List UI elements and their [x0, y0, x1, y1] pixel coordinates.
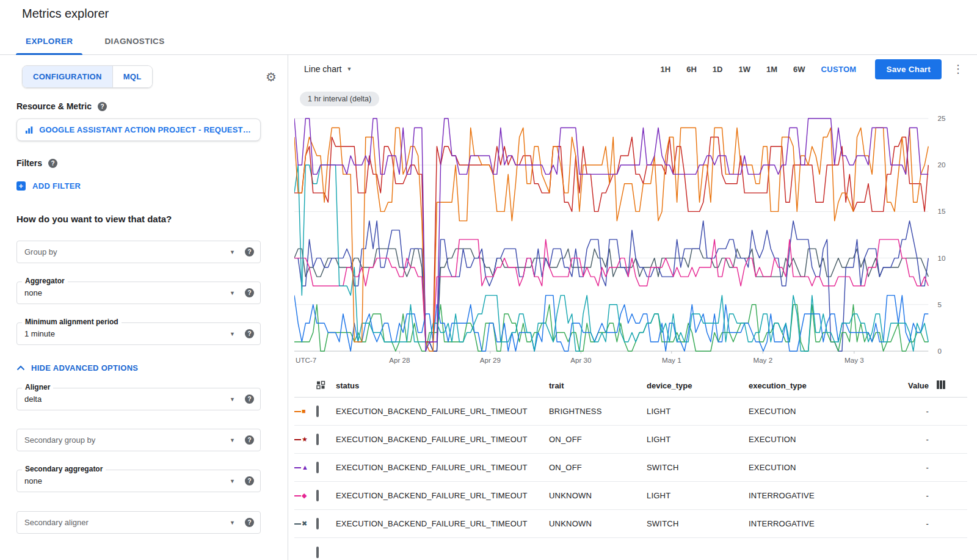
column-settings-icon[interactable]	[936, 380, 946, 390]
aggregator-help-icon[interactable]: ?	[245, 288, 254, 297]
svg-text:20: 20	[937, 161, 945, 169]
secondary-aggregator-value: none	[24, 476, 230, 485]
group-by-select[interactable]: Group by ▼ ?	[16, 241, 261, 263]
configuration-panel: CONFIGURATION MQL ⚙ Resource & Metric ? …	[0, 55, 288, 560]
custom-time-range-button[interactable]: CUSTOM	[813, 60, 865, 79]
column-status[interactable]: status	[336, 381, 549, 390]
page-header: Metrics explorer	[0, 0, 977, 27]
svg-text:May 3: May 3	[844, 357, 864, 364]
secondary-group-by-row: Secondary group by ▼ ?	[16, 429, 261, 451]
filters-help-icon[interactable]: ?	[48, 159, 57, 168]
save-chart-button[interactable]: Save Chart	[875, 59, 942, 79]
aligner-value: delta	[24, 395, 230, 404]
cell-status: EXECUTION_BACKEND_FAILURE_URL_TIMEOUT	[336, 435, 549, 444]
configuration-mode-button[interactable]: CONFIGURATION	[23, 66, 112, 87]
row-checkbox[interactable]	[316, 518, 319, 529]
series-marker-icon: ◆	[294, 492, 316, 499]
time-range-6h[interactable]: 6H	[678, 60, 705, 79]
time-range-1m[interactable]: 1M	[758, 60, 785, 79]
secondary-aligner-help-icon[interactable]: ?	[245, 518, 254, 527]
dropdown-arrow-icon: ▼	[230, 520, 235, 526]
hide-advanced-options-label: HIDE ADVANCED OPTIONS	[31, 363, 138, 373]
series-marker-icon: ✖	[294, 520, 316, 527]
more-options-icon[interactable]: ⋮	[949, 62, 967, 76]
legend-toggle-icon[interactable]	[316, 380, 325, 390]
cell-execution-type: EXECUTION	[749, 435, 895, 444]
series-marker-icon: ■	[294, 408, 316, 415]
aggregator-label: Aggregator	[22, 277, 68, 285]
table-row[interactable]: ▲ EXECUTION_BACKEND_FAILURE_URL_TIMEOUT …	[294, 454, 967, 482]
cell-status: EXECUTION_BACKEND_FAILURE_URL_TIMEOUT	[336, 491, 549, 500]
cell-device-type: SWITCH	[647, 519, 749, 528]
series-marker-icon: ★	[294, 436, 316, 443]
row-checkbox[interactable]	[316, 547, 319, 558]
chart-type-selector[interactable]: Line chart ▼	[304, 64, 352, 74]
config-header-row: CONFIGURATION MQL ⚙	[16, 65, 288, 88]
metrics-explorer-app: Metrics explorer EXPLORER DIAGNOSTICS CO…	[0, 0, 977, 560]
hide-advanced-options-button[interactable]: HIDE ADVANCED OPTIONS	[16, 363, 138, 373]
line-chart-svg: 0510152025Apr 28Apr 29Apr 30May 1May 2Ma…	[294, 110, 967, 369]
svg-text:15: 15	[937, 208, 945, 215]
cell-trait: UNKNOWN	[549, 519, 647, 528]
secondary-group-by-help-icon[interactable]: ?	[245, 435, 254, 445]
resource-metric-section: Resource & Metric ?	[16, 101, 288, 111]
svg-text:Apr 28: Apr 28	[389, 357, 410, 364]
svg-text:10: 10	[937, 255, 945, 262]
row-checkbox[interactable]	[316, 490, 319, 501]
series-table: status trait device_type execution_type …	[294, 374, 967, 560]
resource-metric-help-icon[interactable]: ?	[98, 102, 107, 111]
group-by-help-icon[interactable]: ?	[245, 247, 254, 256]
cell-value: -	[895, 407, 929, 416]
svg-text:5: 5	[937, 301, 941, 308]
aligner-help-icon[interactable]: ?	[245, 395, 254, 404]
secondary-group-by-select[interactable]: Secondary group by ▼ ?	[16, 429, 261, 451]
tab-explorer[interactable]: EXPLORER	[10, 27, 89, 55]
table-row[interactable]: ■ EXECUTION_BACKEND_FAILURE_URL_TIMEOUT …	[294, 398, 967, 426]
secondary-aligner-select[interactable]: Secondary aligner ▼ ?	[16, 511, 261, 534]
resource-metric-value: GOOGLE ASSISTANT ACTION PROJECT - REQUES…	[39, 125, 253, 134]
aligner-row: Aligner delta ▼ ?	[16, 388, 261, 410]
cell-execution-type: EXECUTION	[749, 463, 895, 472]
dropdown-arrow-icon: ▼	[230, 478, 235, 484]
column-trait[interactable]: trait	[549, 381, 647, 390]
cell-value: -	[895, 435, 929, 444]
cell-value: -	[895, 463, 929, 472]
cell-trait: ON_OFF	[549, 435, 647, 444]
minimum-alignment-label: Minimum alignment period	[22, 318, 122, 326]
column-device-type[interactable]: device_type	[647, 381, 749, 390]
line-chart[interactable]: 0510152025Apr 28Apr 29Apr 30May 1May 2Ma…	[294, 110, 967, 369]
svg-text:Apr 30: Apr 30	[570, 357, 591, 364]
secondary-aligner-placeholder: Secondary aligner	[24, 518, 230, 527]
table-row[interactable]: ◆ EXECUTION_BACKEND_FAILURE_URL_TIMEOUT …	[294, 482, 967, 510]
add-filter-button[interactable]: + ADD FILTER	[16, 181, 81, 191]
table-row[interactable]: ✖ EXECUTION_BACKEND_FAILURE_URL_TIMEOUT …	[294, 510, 967, 538]
cell-status: EXECUTION_BACKEND_FAILURE_URL_TIMEOUT	[336, 407, 549, 416]
row-checkbox[interactable]	[316, 405, 319, 417]
time-range-1d[interactable]: 1D	[705, 60, 731, 79]
minimum-alignment-help-icon[interactable]: ?	[245, 329, 254, 338]
secondary-aggregator-help-icon[interactable]: ?	[245, 476, 254, 485]
svg-text:May 2: May 2	[753, 357, 772, 364]
page-title: Metrics explorer	[22, 7, 109, 21]
row-checkbox[interactable]	[316, 434, 319, 445]
column-execution-type[interactable]: execution_type	[749, 381, 895, 390]
dropdown-arrow-icon: ▼	[230, 290, 235, 296]
bar-chart-icon	[24, 125, 34, 135]
interval-chip[interactable]: 1 hr interval (delta)	[300, 92, 379, 106]
add-filter-label: ADD FILTER	[32, 181, 81, 191]
mql-mode-button[interactable]: MQL	[112, 66, 152, 87]
cell-execution-type: EXECUTION	[749, 407, 895, 416]
table-row[interactable]: ★ EXECUTION_BACKEND_FAILURE_URL_TIMEOUT …	[294, 426, 967, 454]
resource-metric-label: Resource & Metric	[16, 101, 92, 111]
tab-diagnostics[interactable]: DIAGNOSTICS	[89, 27, 180, 55]
resource-metric-selector[interactable]: GOOGLE ASSISTANT ACTION PROJECT - REQUES…	[16, 118, 261, 141]
cell-status: EXECUTION_BACKEND_FAILURE_URL_TIMEOUT	[336, 463, 549, 472]
secondary-aggregator-row: Secondary aggregator none ▼ ?	[16, 470, 261, 492]
settings-gear-icon[interactable]: ⚙	[266, 71, 277, 83]
time-range-6w[interactable]: 6W	[785, 60, 813, 79]
time-range-1w[interactable]: 1W	[730, 60, 758, 79]
cell-trait: UNKNOWN	[549, 491, 647, 500]
row-checkbox[interactable]	[316, 462, 319, 473]
time-range-1h[interactable]: 1H	[653, 60, 679, 79]
column-value[interactable]: Value	[895, 381, 929, 390]
